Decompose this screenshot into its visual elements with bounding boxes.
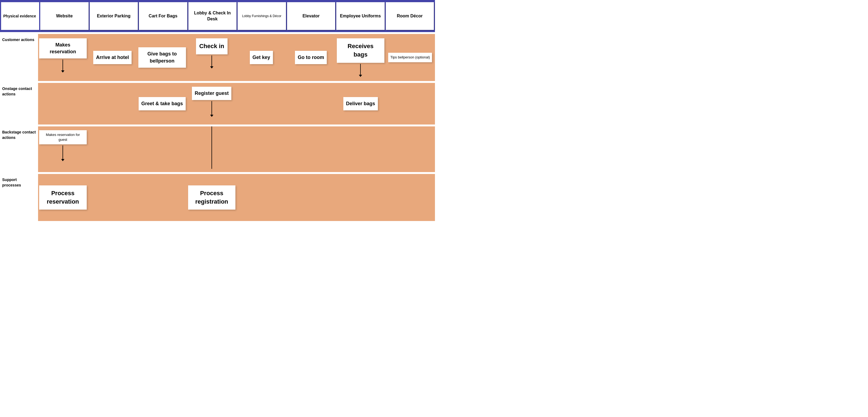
onstage-deliver-cell: Deliver bags	[336, 83, 385, 125]
onstage-contact-row: Onstage contact actions Greet & take bag…	[0, 81, 435, 125]
support-col5	[286, 174, 336, 221]
backstage-col1	[88, 126, 137, 172]
onstage-register-cell: Register guest	[187, 83, 237, 125]
backstage-makes-res-cell: Makes reservation for guest	[38, 126, 88, 172]
onstage-greet-box: Greet & take bags	[138, 97, 186, 110]
backstage-col4	[237, 126, 286, 172]
support-processes-label: Support processes	[0, 174, 38, 221]
col-header-employee-uniforms: Employee Uniforms	[336, 2, 385, 30]
backstage-col3	[187, 126, 237, 172]
onstage-register-box: Register guest	[192, 87, 231, 100]
support-col6	[336, 174, 385, 221]
col-header-elevator: Elevator	[287, 2, 336, 30]
col-header-room-decor: Room Décor	[386, 2, 434, 30]
support-process-res-cell: Process reservation	[38, 174, 88, 221]
customer-tips-cell: Tips bellperson (optional)	[385, 34, 435, 81]
col-header-lobby-furnishings: Lobby Furnishings & Décor	[238, 2, 286, 30]
col-header-lobby-checkin: Lobby & Check In Desk	[188, 2, 237, 30]
customer-gotoroom-box: Go to room	[295, 51, 327, 64]
support-process-reg-box: Process registration	[188, 185, 236, 210]
support-col4	[237, 174, 286, 221]
customer-give-bags-cell: Give bags to bellperson	[137, 34, 187, 81]
onstage-contact-label: Onstage contact actions	[0, 83, 38, 125]
customer-makes-reservation-cell: Makes reservation	[38, 34, 88, 81]
blueprint-diagram: Physical evidence Website Exterior Parki…	[0, 0, 435, 221]
onstage-deliver-box: Deliver bags	[343, 97, 378, 110]
onstage-col4	[237, 83, 286, 125]
customer-makes-reservation-box: Makes reservation	[39, 38, 87, 59]
customer-checkin-cell: Check in	[187, 34, 237, 81]
backstage-col5	[286, 126, 336, 172]
onstage-greet-cell: Greet & take bags	[137, 83, 187, 125]
customer-getkey-box: Get key	[250, 51, 273, 64]
physical-evidence-row: Physical evidence Website Exterior Parki…	[0, 0, 435, 32]
onstage-col0	[38, 83, 88, 125]
backstage-makes-res-box: Makes reservation for guest	[39, 130, 87, 145]
col-header-exterior-parking: Exterior Parking	[90, 2, 138, 30]
support-col1	[88, 174, 137, 221]
onstage-col7	[385, 83, 435, 125]
customer-arrive-cell: Arrive at hotel	[88, 34, 137, 81]
physical-evidence-label: Physical evidence	[1, 2, 39, 30]
customer-actions-label: Customer actions	[0, 34, 38, 81]
customer-give-bags-box: Give bags to bellperson	[138, 47, 186, 67]
customer-checkin-box: Check in	[196, 38, 227, 54]
backstage-contact-label: Backstage contact actions	[0, 126, 38, 172]
backstage-col6	[336, 126, 385, 172]
customer-receives-bags-cell: Receives bags	[336, 34, 385, 81]
customer-getkey-cell: Get key	[237, 34, 286, 81]
onstage-col5	[286, 83, 336, 125]
col-header-cart-for-bags: Cart For Bags	[139, 2, 187, 30]
backstage-col7	[385, 126, 435, 172]
support-process-res-box: Process reservation	[39, 185, 87, 210]
customer-tips-box: Tips bellperson (optional)	[388, 53, 432, 62]
backstage-col2	[137, 126, 187, 172]
support-col7	[385, 174, 435, 221]
onstage-col1	[88, 83, 137, 125]
backstage-contact-row: Backstage contact actions Makes reservat…	[0, 125, 435, 172]
customer-actions-row: Customer actions Makes reservation Arriv…	[0, 32, 435, 81]
customer-arrive-box: Arrive at hotel	[93, 51, 131, 64]
customer-receives-bags-box: Receives bags	[337, 38, 384, 63]
support-col2	[137, 174, 187, 221]
support-process-reg-cell: Process registration	[187, 174, 237, 221]
col-header-website: Website	[40, 2, 89, 30]
customer-gotoroom-cell: Go to room	[286, 34, 336, 81]
support-processes-row: Support processes Process reservation Pr…	[0, 172, 435, 221]
